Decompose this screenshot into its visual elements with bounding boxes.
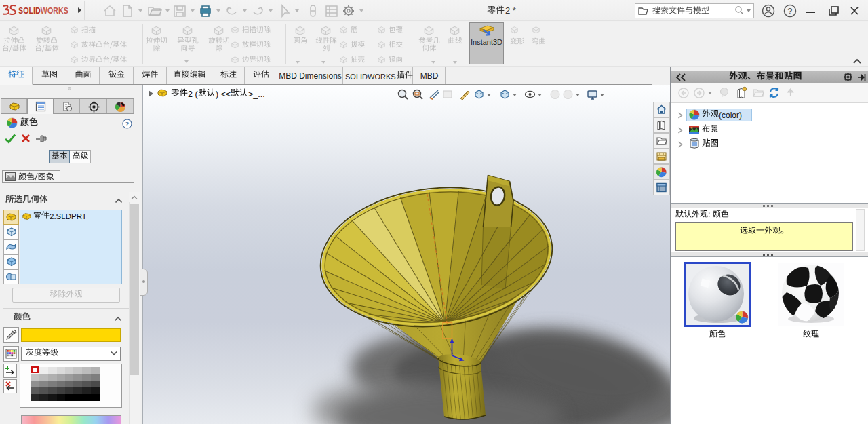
svg-text:SOLIDWORKS: SOLIDWORKS	[18, 6, 68, 16]
svg-text:?: ?	[787, 7, 792, 16]
svg-text:?: ?	[125, 120, 130, 128]
